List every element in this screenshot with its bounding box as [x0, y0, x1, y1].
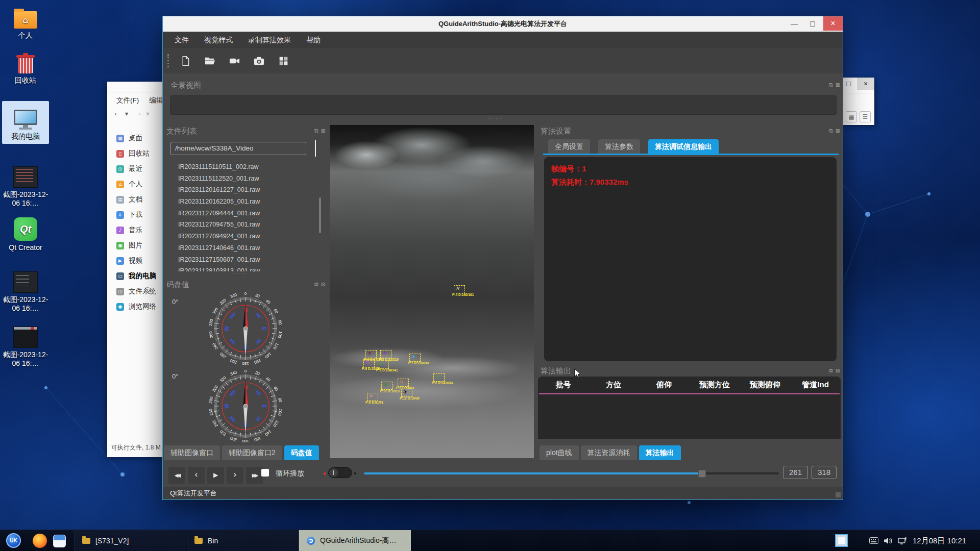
- seek-slider[interactable]: [364, 472, 779, 474]
- fast-forward-button[interactable]: ▶▶: [246, 467, 263, 484]
- grid-view-icon[interactable]: [274, 52, 292, 70]
- new-file-icon[interactable]: [176, 52, 194, 70]
- algo-settings-tab-0[interactable]: 全局设置: [548, 139, 590, 154]
- taskbar-window-1[interactable]: Bin: [187, 530, 299, 551]
- file-row[interactable]: IR20231128103813_001.raw: [178, 265, 317, 271]
- current-frame-box[interactable]: 261: [783, 466, 808, 479]
- fm-sidebar-item-0[interactable]: ▦桌面: [107, 131, 162, 146]
- fm-sidebar-item-10[interactable]: ◫文件系统: [107, 284, 162, 299]
- prev-frame-button[interactable]: ‹: [188, 467, 205, 484]
- close-panel-icon[interactable]: ⊠: [321, 281, 326, 288]
- float-panel-icon[interactable]: ⧉: [829, 82, 833, 88]
- loop-checkbox[interactable]: [261, 469, 269, 477]
- video-frame[interactable]: ✈P:4 D:160/161✈P:6 D:27/34✈P:5 D:82/219✈…: [330, 125, 534, 458]
- fm-menu-item-0[interactable]: 文件(F): [116, 96, 139, 104]
- forward-icon[interactable]: →: [135, 108, 142, 117]
- total-frame-box[interactable]: 318: [812, 466, 837, 479]
- window-titlebar[interactable]: QGuideArithStudio-高德光电算法开发平台 — □ ×: [163, 16, 843, 32]
- speed-toggle[interactable]: [328, 467, 352, 478]
- desktop-icon-5[interactable]: 截图-2023-12-06 16:…: [2, 268, 49, 313]
- aux-tab-1[interactable]: 辅助图像窗口2: [222, 445, 282, 460]
- firefox-icon[interactable]: [33, 534, 47, 548]
- file-list-panel-controls[interactable]: ⧉⊠: [312, 128, 326, 134]
- back-dropdown-icon[interactable]: ▼: [125, 112, 128, 116]
- maximize-button[interactable]: □: [804, 16, 821, 31]
- file-row[interactable]: IR20231127140646_001.raw: [178, 242, 317, 254]
- fm-sidebar-item-7[interactable]: ▣图片: [107, 238, 162, 253]
- desktop-icon-4[interactable]: QtQt Creator: [2, 216, 49, 252]
- output-tab-0[interactable]: plot曲线: [540, 445, 579, 460]
- file-row[interactable]: IR20231127094924_001.raw: [178, 231, 317, 242]
- maximize-icon[interactable]: □: [846, 80, 851, 87]
- slider-handle[interactable]: [698, 470, 706, 478]
- dial-panel-controls[interactable]: ⧉⊠: [312, 281, 326, 288]
- play-button[interactable]: ▶: [207, 467, 224, 484]
- rewind-button[interactable]: ◀◀: [168, 467, 185, 484]
- splitter-handle-2[interactable]: ······: [230, 270, 247, 276]
- dock-splitter[interactable]: [315, 140, 316, 157]
- close-panel-icon[interactable]: ⊠: [836, 82, 840, 88]
- fm-sidebar-item-6[interactable]: ♪音乐: [107, 222, 162, 238]
- desktop-icon-6[interactable]: 截图-2023-12-06 16:…: [2, 323, 49, 368]
- file-manager-icon[interactable]: [53, 535, 66, 547]
- taskbar-window-2[interactable]: QGuideArithStudio-高…: [299, 530, 411, 551]
- record-video-icon[interactable]: [225, 52, 243, 70]
- file-row[interactable]: IR20231115112520_001.raw: [178, 173, 317, 185]
- float-panel-icon[interactable]: ⧉: [314, 281, 318, 288]
- toggle-knob[interactable]: [329, 468, 338, 477]
- desktop-icon-0[interactable]: ⌂个人: [2, 4, 49, 40]
- algo-settings-tab-1[interactable]: 算法参数: [598, 139, 640, 154]
- path-input[interactable]: /home/wcw/S338A_Video: [170, 142, 306, 155]
- grid-view-icon[interactable]: ▦: [846, 111, 857, 122]
- desktop-icon-3[interactable]: 截图-2023-12-06 16:…: [2, 163, 49, 208]
- file-row[interactable]: IR20231127094444_001.raw: [178, 208, 317, 219]
- file-list-scrollbar[interactable]: [319, 197, 321, 233]
- fm-sidebar-item-5[interactable]: ⇩下载: [107, 207, 162, 222]
- back-icon[interactable]: ←: [113, 108, 121, 117]
- output-tab-1[interactable]: 算法资源消耗: [581, 445, 637, 460]
- next-frame-button[interactable]: ›: [227, 467, 243, 484]
- desktop-icon-1[interactable]: 回收站: [2, 49, 49, 85]
- toolbar-grip[interactable]: [167, 54, 169, 67]
- menu-item-3[interactable]: 帮助: [299, 32, 328, 48]
- file-row[interactable]: IR20231115110511_002.raw: [178, 161, 317, 173]
- list-view-icon[interactable]: ☰: [860, 111, 871, 122]
- close-panel-icon[interactable]: ⊠: [321, 128, 326, 134]
- close-panel-icon[interactable]: ⊠: [836, 128, 840, 134]
- float-panel-icon[interactable]: ⧉: [314, 128, 318, 134]
- menu-item-0[interactable]: 文件: [167, 32, 197, 48]
- algo-output-panel-controls[interactable]: ⧉⊠: [826, 367, 840, 374]
- keyboard-tray-icon[interactable]: [869, 537, 878, 544]
- close-button[interactable]: ×: [823, 16, 843, 31]
- fm-sidebar-item-8[interactable]: ▶视频: [107, 253, 162, 268]
- algo-settings-tab-2[interactable]: 算法调试信息输出: [648, 139, 719, 154]
- fm-sidebar-item-11[interactable]: ◉浏览网络: [107, 299, 162, 314]
- network-tray-icon[interactable]: [898, 537, 908, 545]
- aux-tab-2[interactable]: 码盘值: [284, 445, 319, 460]
- aux-tab-0[interactable]: 辅助图像窗口: [164, 445, 220, 460]
- desktop-icon-2[interactable]: 我的电脑: [2, 101, 49, 144]
- fm-sidebar-item-3[interactable]: ⌂个人: [107, 177, 162, 192]
- open-folder-icon[interactable]: [201, 52, 219, 70]
- float-panel-icon[interactable]: ⧉: [829, 367, 833, 374]
- menu-item-2[interactable]: 录制算法效果: [240, 32, 299, 48]
- launcher-menu-icon[interactable]: UK: [6, 533, 21, 548]
- file-row[interactable]: IR20231127094755_001.raw: [178, 219, 317, 231]
- input-method-tray-icon[interactable]: [835, 534, 848, 547]
- taskbar-clock[interactable]: 12月08日 10:21: [913, 530, 966, 551]
- screenshot-camera-icon[interactable]: [250, 52, 268, 70]
- fm-sidebar-item-1[interactable]: ▯回收站: [107, 146, 162, 161]
- algo-settings-panel-controls[interactable]: ⧉⊠: [826, 128, 840, 134]
- close-icon[interactable]: ×: [857, 78, 874, 90]
- resize-grip[interactable]: [836, 492, 841, 497]
- fm-sidebar-item-2[interactable]: ◷最近: [107, 161, 162, 177]
- fm-sidebar-item-4[interactable]: ▤文档: [107, 192, 162, 207]
- panorama-strip[interactable]: [170, 95, 837, 115]
- close-panel-icon[interactable]: ⊠: [836, 367, 840, 374]
- forward-dropdown-icon[interactable]: ▼: [146, 112, 150, 116]
- fm-menu-item-1[interactable]: 编辑: [149, 96, 163, 104]
- volume-tray-icon[interactable]: [884, 537, 893, 545]
- fm-sidebar-item-9[interactable]: ▭我的电脑: [107, 268, 162, 284]
- file-row[interactable]: IR20231127150607_001.raw: [178, 254, 317, 266]
- output-tab-2[interactable]: 算法输出: [639, 445, 681, 460]
